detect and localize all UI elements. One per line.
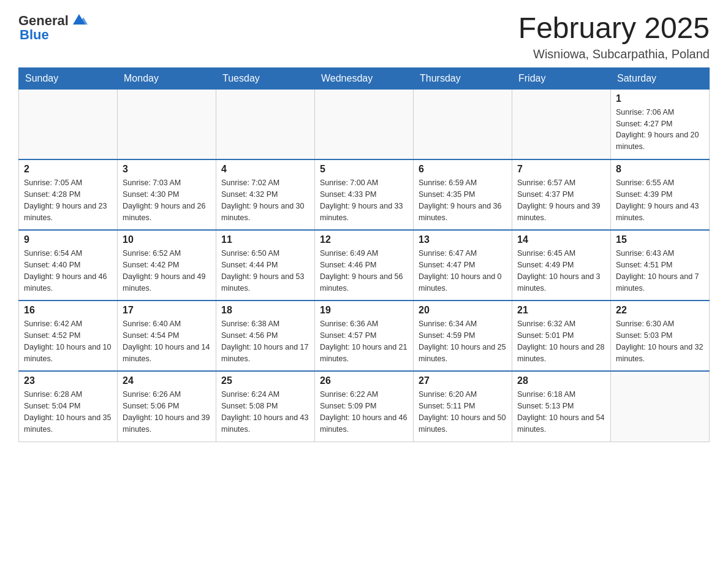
day-info: Sunrise: 6:49 AMSunset: 4:46 PMDaylight:… bbox=[320, 248, 408, 294]
header-wednesday: Wednesday bbox=[315, 67, 414, 89]
day-info: Sunrise: 6:57 AMSunset: 4:37 PMDaylight:… bbox=[517, 177, 605, 223]
table-row bbox=[414, 89, 512, 159]
day-number: 18 bbox=[221, 305, 309, 316]
table-row: 10Sunrise: 6:52 AMSunset: 4:42 PMDayligh… bbox=[118, 230, 216, 301]
day-info: Sunrise: 6:36 AMSunset: 4:57 PMDaylight:… bbox=[320, 318, 408, 364]
table-row: 23Sunrise: 6:28 AMSunset: 5:04 PMDayligh… bbox=[19, 371, 118, 442]
header-thursday: Thursday bbox=[414, 67, 512, 89]
calendar-week-row: 9Sunrise: 6:54 AMSunset: 4:40 PMDaylight… bbox=[19, 230, 710, 301]
day-number: 14 bbox=[517, 234, 605, 245]
table-row: 25Sunrise: 6:24 AMSunset: 5:08 PMDayligh… bbox=[216, 371, 315, 442]
day-number: 20 bbox=[419, 305, 507, 316]
calendar-table: Sunday Monday Tuesday Wednesday Thursday… bbox=[18, 67, 710, 442]
day-number: 5 bbox=[320, 164, 408, 175]
day-number: 8 bbox=[616, 164, 704, 175]
day-number: 15 bbox=[616, 234, 704, 245]
table-row: 11Sunrise: 6:50 AMSunset: 4:44 PMDayligh… bbox=[216, 230, 315, 301]
days-header-row: Sunday Monday Tuesday Wednesday Thursday… bbox=[19, 67, 710, 89]
day-number: 27 bbox=[419, 375, 507, 386]
day-info: Sunrise: 6:47 AMSunset: 4:47 PMDaylight:… bbox=[419, 248, 507, 294]
day-number: 22 bbox=[616, 305, 704, 316]
day-number: 12 bbox=[320, 234, 408, 245]
day-number: 7 bbox=[517, 164, 605, 175]
day-info: Sunrise: 7:05 AMSunset: 4:28 PMDaylight:… bbox=[24, 177, 112, 223]
day-info: Sunrise: 6:55 AMSunset: 4:39 PMDaylight:… bbox=[616, 177, 704, 223]
header-friday: Friday bbox=[512, 67, 611, 89]
table-row bbox=[216, 89, 315, 159]
day-number: 17 bbox=[123, 305, 211, 316]
table-row: 4Sunrise: 7:02 AMSunset: 4:32 PMDaylight… bbox=[216, 159, 315, 230]
day-info: Sunrise: 6:26 AMSunset: 5:06 PMDaylight:… bbox=[123, 389, 211, 435]
header-monday: Monday bbox=[118, 67, 216, 89]
calendar-week-row: 1Sunrise: 7:06 AMSunset: 4:27 PMDaylight… bbox=[19, 89, 710, 159]
table-row: 21Sunrise: 6:32 AMSunset: 5:01 PMDayligh… bbox=[512, 301, 611, 371]
table-row: 7Sunrise: 6:57 AMSunset: 4:37 PMDaylight… bbox=[512, 159, 611, 230]
day-number: 23 bbox=[24, 375, 112, 386]
table-row: 1Sunrise: 7:06 AMSunset: 4:27 PMDaylight… bbox=[611, 89, 710, 159]
table-row: 15Sunrise: 6:43 AMSunset: 4:51 PMDayligh… bbox=[611, 230, 710, 301]
day-info: Sunrise: 6:34 AMSunset: 4:59 PMDaylight:… bbox=[419, 318, 507, 364]
table-row: 16Sunrise: 6:42 AMSunset: 4:52 PMDayligh… bbox=[19, 301, 118, 371]
day-info: Sunrise: 6:32 AMSunset: 5:01 PMDaylight:… bbox=[517, 318, 605, 364]
table-row: 12Sunrise: 6:49 AMSunset: 4:46 PMDayligh… bbox=[315, 230, 414, 301]
table-row: 19Sunrise: 6:36 AMSunset: 4:57 PMDayligh… bbox=[315, 301, 414, 371]
table-row: 13Sunrise: 6:47 AMSunset: 4:47 PMDayligh… bbox=[414, 230, 512, 301]
page-header: General Blue February 2025 Wisniowa, Sub… bbox=[18, 12, 710, 61]
day-number: 6 bbox=[419, 164, 507, 175]
table-row: 3Sunrise: 7:03 AMSunset: 4:30 PMDaylight… bbox=[118, 159, 216, 230]
day-info: Sunrise: 6:20 AMSunset: 5:11 PMDaylight:… bbox=[419, 389, 507, 435]
table-row: 5Sunrise: 7:00 AMSunset: 4:33 PMDaylight… bbox=[315, 159, 414, 230]
day-number: 3 bbox=[123, 164, 211, 175]
table-row: 14Sunrise: 6:45 AMSunset: 4:49 PMDayligh… bbox=[512, 230, 611, 301]
month-title: February 2025 bbox=[518, 12, 710, 45]
table-row: 28Sunrise: 6:18 AMSunset: 5:13 PMDayligh… bbox=[512, 371, 611, 442]
day-info: Sunrise: 6:42 AMSunset: 4:52 PMDaylight:… bbox=[24, 318, 112, 364]
day-info: Sunrise: 6:18 AMSunset: 5:13 PMDaylight:… bbox=[517, 389, 605, 435]
table-row bbox=[118, 89, 216, 159]
day-number: 2 bbox=[24, 164, 112, 175]
table-row: 2Sunrise: 7:05 AMSunset: 4:28 PMDaylight… bbox=[19, 159, 118, 230]
day-info: Sunrise: 6:24 AMSunset: 5:08 PMDaylight:… bbox=[221, 389, 309, 435]
day-info: Sunrise: 6:22 AMSunset: 5:09 PMDaylight:… bbox=[320, 389, 408, 435]
calendar-week-row: 2Sunrise: 7:05 AMSunset: 4:28 PMDaylight… bbox=[19, 159, 710, 230]
day-number: 21 bbox=[517, 305, 605, 316]
day-number: 1 bbox=[616, 93, 704, 104]
day-number: 10 bbox=[123, 234, 211, 245]
title-block: February 2025 Wisniowa, Subcarpathia, Po… bbox=[518, 12, 710, 61]
day-info: Sunrise: 7:03 AMSunset: 4:30 PMDaylight:… bbox=[123, 177, 211, 223]
day-number: 24 bbox=[123, 375, 211, 386]
calendar-week-row: 16Sunrise: 6:42 AMSunset: 4:52 PMDayligh… bbox=[19, 301, 710, 371]
calendar-week-row: 23Sunrise: 6:28 AMSunset: 5:04 PMDayligh… bbox=[19, 371, 710, 442]
day-info: Sunrise: 7:06 AMSunset: 4:27 PMDaylight:… bbox=[616, 107, 704, 153]
location-title: Wisniowa, Subcarpathia, Poland bbox=[518, 47, 710, 61]
day-number: 26 bbox=[320, 375, 408, 386]
table-row: 18Sunrise: 6:38 AMSunset: 4:56 PMDayligh… bbox=[216, 301, 315, 371]
table-row bbox=[611, 371, 710, 442]
logo-blue-text: Blue bbox=[20, 27, 49, 43]
day-number: 28 bbox=[517, 375, 605, 386]
table-row bbox=[512, 89, 611, 159]
day-info: Sunrise: 6:45 AMSunset: 4:49 PMDaylight:… bbox=[517, 248, 605, 294]
day-number: 13 bbox=[419, 234, 507, 245]
day-info: Sunrise: 6:50 AMSunset: 4:44 PMDaylight:… bbox=[221, 248, 309, 294]
table-row: 9Sunrise: 6:54 AMSunset: 4:40 PMDaylight… bbox=[19, 230, 118, 301]
table-row: 17Sunrise: 6:40 AMSunset: 4:54 PMDayligh… bbox=[118, 301, 216, 371]
day-info: Sunrise: 6:40 AMSunset: 4:54 PMDaylight:… bbox=[123, 318, 211, 364]
day-info: Sunrise: 6:54 AMSunset: 4:40 PMDaylight:… bbox=[24, 248, 112, 294]
logo: General Blue bbox=[18, 12, 88, 43]
day-info: Sunrise: 6:28 AMSunset: 5:04 PMDaylight:… bbox=[24, 389, 112, 435]
table-row: 24Sunrise: 6:26 AMSunset: 5:06 PMDayligh… bbox=[118, 371, 216, 442]
table-row bbox=[315, 89, 414, 159]
header-saturday: Saturday bbox=[611, 67, 710, 89]
table-row: 6Sunrise: 6:59 AMSunset: 4:35 PMDaylight… bbox=[414, 159, 512, 230]
day-number: 9 bbox=[24, 234, 112, 245]
day-info: Sunrise: 6:38 AMSunset: 4:56 PMDaylight:… bbox=[221, 318, 309, 364]
header-tuesday: Tuesday bbox=[216, 67, 315, 89]
day-info: Sunrise: 7:00 AMSunset: 4:33 PMDaylight:… bbox=[320, 177, 408, 223]
day-info: Sunrise: 6:43 AMSunset: 4:51 PMDaylight:… bbox=[616, 248, 704, 294]
header-sunday: Sunday bbox=[19, 67, 118, 89]
day-number: 4 bbox=[221, 164, 309, 175]
table-row: 26Sunrise: 6:22 AMSunset: 5:09 PMDayligh… bbox=[315, 371, 414, 442]
table-row bbox=[19, 89, 118, 159]
day-number: 25 bbox=[221, 375, 309, 386]
